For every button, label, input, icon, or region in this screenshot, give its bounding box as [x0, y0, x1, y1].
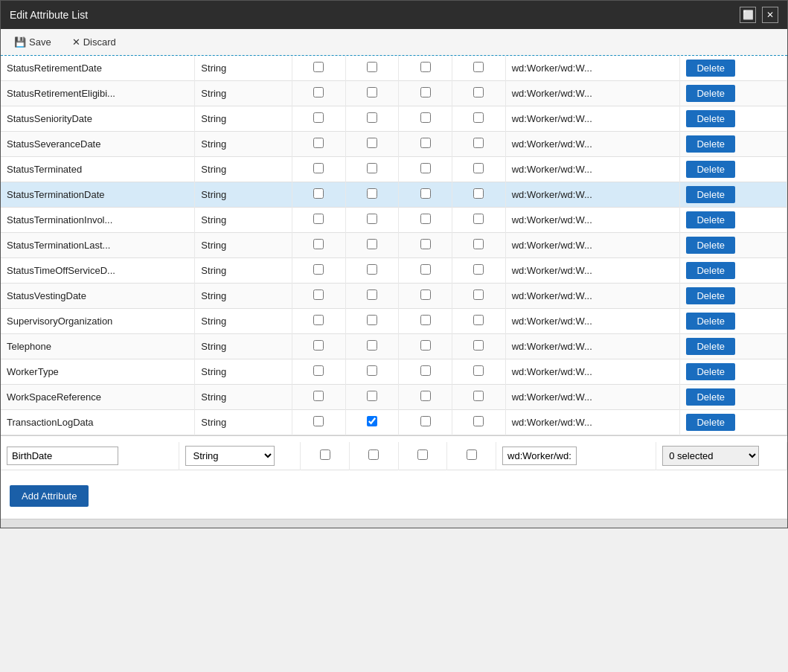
- row-checkbox-1[interactable]: [313, 365, 324, 376]
- row-checkbox-1[interactable]: [313, 62, 324, 72]
- row-checkbox-1[interactable]: [313, 138, 324, 148]
- delete-button[interactable]: Delete: [686, 262, 735, 279]
- new-row-checkbox-2[interactable]: [368, 449, 379, 460]
- delete-button[interactable]: Delete: [686, 388, 735, 406]
- row-checkbox-2[interactable]: [367, 315, 377, 325]
- row-checkbox-4[interactable]: [473, 416, 484, 426]
- row-checkbox-1[interactable]: [313, 163, 324, 173]
- row-checkbox-4[interactable]: [473, 112, 484, 123]
- row-checkbox-4[interactable]: [473, 214, 484, 224]
- delete-button[interactable]: Delete: [686, 287, 735, 304]
- row-checkbox-3[interactable]: [420, 87, 431, 97]
- discard-button[interactable]: ✕ Discard: [68, 35, 121, 49]
- new-row-selected-dropdown[interactable]: 0 selected: [662, 446, 759, 466]
- delete-button[interactable]: Delete: [686, 85, 735, 102]
- row-cb4-cell: [452, 334, 505, 359]
- row-cb2-cell: [345, 385, 399, 410]
- save-icon: 💾: [14, 36, 26, 48]
- row-checkbox-3[interactable]: [420, 239, 431, 249]
- delete-button[interactable]: Delete: [686, 414, 735, 431]
- row-checkbox-3[interactable]: [420, 214, 431, 224]
- delete-button[interactable]: Delete: [686, 110, 735, 127]
- row-checkbox-3[interactable]: [420, 163, 431, 173]
- maximize-button[interactable]: ⬜: [740, 7, 756, 23]
- row-checkbox-2[interactable]: [367, 340, 377, 351]
- row-checkbox-4[interactable]: [473, 163, 484, 173]
- row-checkbox-3[interactable]: [420, 138, 431, 148]
- row-checkbox-4[interactable]: [473, 264, 484, 275]
- row-checkbox-2[interactable]: [367, 87, 377, 97]
- delete-button[interactable]: Delete: [686, 211, 735, 228]
- new-row-checkbox-1[interactable]: [320, 449, 330, 460]
- row-checkbox-3[interactable]: [420, 112, 431, 123]
- delete-button[interactable]: Delete: [686, 338, 735, 355]
- row-checkbox-1[interactable]: [313, 340, 324, 351]
- row-cb1-cell: [292, 132, 345, 157]
- delete-button[interactable]: Delete: [686, 237, 735, 254]
- row-checkbox-2[interactable]: [367, 188, 377, 199]
- row-checkbox-3[interactable]: [420, 315, 431, 325]
- row-checkbox-2[interactable]: [367, 264, 377, 275]
- row-checkbox-2[interactable]: [367, 239, 377, 249]
- horizontal-scrollbar[interactable]: [1, 519, 787, 528]
- row-cb1-cell: [292, 106, 345, 132]
- row-checkbox-1[interactable]: [313, 214, 324, 224]
- row-checkbox-4[interactable]: [473, 239, 484, 249]
- row-checkbox-3[interactable]: [420, 365, 431, 376]
- new-row-checkbox-4[interactable]: [467, 449, 477, 460]
- row-checkbox-3[interactable]: [420, 416, 431, 426]
- row-checkbox-4[interactable]: [473, 188, 484, 199]
- row-checkbox-1[interactable]: [313, 416, 324, 426]
- row-cb3-cell: [399, 208, 452, 233]
- new-attribute-type-select[interactable]: String Integer Boolean Date Double: [185, 446, 275, 466]
- row-checkbox-3[interactable]: [420, 62, 431, 72]
- row-checkbox-1[interactable]: [313, 391, 324, 401]
- row-checkbox-2[interactable]: [367, 365, 377, 376]
- row-checkbox-1[interactable]: [313, 315, 324, 325]
- new-attribute-path-input[interactable]: [502, 447, 577, 465]
- row-cb4-cell: [452, 56, 505, 81]
- row-checkbox-1[interactable]: [313, 239, 324, 249]
- row-checkbox-4[interactable]: [473, 315, 484, 325]
- row-checkbox-1[interactable]: [313, 87, 324, 97]
- add-attribute-button[interactable]: Add Attribute: [10, 485, 89, 507]
- delete-button[interactable]: Delete: [686, 363, 735, 380]
- close-button[interactable]: ✕: [762, 7, 778, 23]
- row-cb3-cell: [399, 81, 452, 106]
- row-checkbox-3[interactable]: [420, 289, 431, 300]
- row-checkbox-2[interactable]: [367, 163, 377, 173]
- row-cb4-cell: [452, 182, 505, 208]
- new-attribute-name-input[interactable]: [7, 447, 118, 465]
- new-row-checkbox-3[interactable]: [417, 449, 428, 460]
- row-checkbox-2[interactable]: [367, 138, 377, 148]
- save-button[interactable]: 💾 Save: [10, 35, 56, 49]
- row-cb1-cell: [292, 157, 345, 182]
- delete-button[interactable]: Delete: [686, 60, 735, 77]
- row-checkbox-2[interactable]: [367, 391, 377, 401]
- row-checkbox-2[interactable]: [367, 289, 377, 300]
- row-checkbox-3[interactable]: [420, 340, 431, 351]
- row-checkbox-2[interactable]: [367, 416, 377, 426]
- table-row: StatusRetirementDate String wd:Worker/wd…: [1, 56, 787, 81]
- row-checkbox-1[interactable]: [313, 289, 324, 300]
- row-checkbox-4[interactable]: [473, 340, 484, 351]
- row-checkbox-3[interactable]: [420, 391, 431, 401]
- row-checkbox-2[interactable]: [367, 214, 377, 224]
- row-checkbox-2[interactable]: [367, 112, 377, 123]
- row-checkbox-4[interactable]: [473, 87, 484, 97]
- row-checkbox-1[interactable]: [313, 188, 324, 199]
- row-checkbox-4[interactable]: [473, 391, 484, 401]
- row-checkbox-4[interactable]: [473, 62, 484, 72]
- row-checkbox-4[interactable]: [473, 138, 484, 148]
- row-checkbox-1[interactable]: [313, 112, 324, 123]
- row-checkbox-3[interactable]: [420, 264, 431, 275]
- delete-button[interactable]: Delete: [686, 186, 735, 203]
- delete-button[interactable]: Delete: [686, 161, 735, 178]
- row-checkbox-1[interactable]: [313, 264, 324, 275]
- row-checkbox-4[interactable]: [473, 365, 484, 376]
- row-checkbox-4[interactable]: [473, 289, 484, 300]
- delete-button[interactable]: Delete: [686, 313, 735, 330]
- delete-button[interactable]: Delete: [686, 135, 735, 153]
- row-checkbox-3[interactable]: [420, 188, 431, 199]
- row-checkbox-2[interactable]: [367, 62, 377, 72]
